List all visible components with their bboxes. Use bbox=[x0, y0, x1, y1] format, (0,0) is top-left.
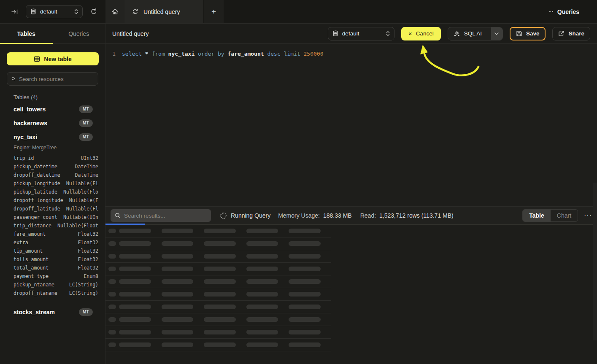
column-type: Float32 bbox=[78, 248, 98, 254]
skeleton-cell bbox=[204, 254, 236, 259]
skeleton-cell bbox=[289, 305, 321, 309]
resource-search-input[interactable] bbox=[19, 76, 94, 82]
close-icon: × bbox=[408, 30, 412, 37]
column-row: dropoff_datetimeDateTime bbox=[14, 171, 98, 179]
code-token: from bbox=[151, 51, 168, 57]
toggle-table[interactable]: Table bbox=[523, 210, 551, 221]
skeleton-row bbox=[105, 275, 331, 288]
main-panel: Untitled query default × Cancel bbox=[105, 24, 597, 364]
column-type: Float32 bbox=[78, 256, 98, 262]
code-token: select bbox=[122, 51, 145, 57]
memory-usage-value: 188.33 MB bbox=[323, 212, 352, 219]
engine-badge: MT bbox=[79, 308, 93, 316]
memory-usage-label: Memory Usage: bbox=[278, 212, 320, 219]
code-token: fare_amount bbox=[228, 51, 267, 57]
queries-button[interactable]: Queries bbox=[557, 8, 579, 15]
new-table-button[interactable]: New table bbox=[7, 52, 99, 65]
engine-badge: MT bbox=[79, 105, 93, 113]
skeleton-cell bbox=[162, 279, 194, 284]
skeleton-cell bbox=[119, 330, 151, 334]
database-selector-query[interactable]: default bbox=[328, 27, 394, 40]
column-type: Nullable(Flo bbox=[63, 189, 98, 195]
search-icon bbox=[11, 76, 16, 82]
table-name: hackernews bbox=[14, 120, 79, 127]
skeleton-cell bbox=[119, 342, 151, 347]
tab-untitled-query[interactable]: Untitled query bbox=[125, 0, 204, 23]
results-search[interactable] bbox=[111, 209, 211, 222]
skeleton-cell bbox=[162, 292, 194, 297]
column-type: LC(String) bbox=[69, 290, 98, 296]
tab-tables[interactable]: Tables bbox=[0, 24, 53, 43]
sql-ai-button[interactable]: SQL AI bbox=[448, 27, 487, 40]
table-row-stocks-stream[interactable]: stocks_stream MT bbox=[0, 305, 105, 319]
skeleton-cell bbox=[289, 267, 321, 271]
column-name: pickup_ntaname bbox=[14, 282, 54, 288]
share-button[interactable]: Share bbox=[552, 27, 590, 40]
skeleton-cell bbox=[246, 330, 278, 334]
code-row: 1 select * from nyc_taxi order by fare_a… bbox=[105, 44, 597, 58]
tab-label: Untitled query bbox=[143, 8, 180, 15]
save-button[interactable]: Save bbox=[510, 27, 546, 40]
cancel-label: Cancel bbox=[416, 30, 434, 37]
status-text: Running Query bbox=[231, 212, 270, 219]
code-token: 250000 bbox=[304, 51, 324, 57]
sql-console-app: default Untitl bbox=[0, 0, 597, 364]
skeleton-cell bbox=[246, 241, 278, 246]
tab-strip: Untitled query + bbox=[105, 0, 224, 23]
table-row-hackernews[interactable]: hackernews MT bbox=[0, 116, 105, 130]
refresh-button[interactable] bbox=[89, 7, 98, 16]
column-name: dropoff_latitude bbox=[14, 206, 60, 212]
skeleton-cell bbox=[108, 292, 116, 297]
database-selector-top[interactable]: default bbox=[26, 5, 83, 18]
tab-queries[interactable]: Queries bbox=[53, 24, 105, 43]
skeleton-cell bbox=[108, 317, 116, 322]
skeleton-cell bbox=[108, 330, 116, 334]
skeleton-cell bbox=[108, 267, 116, 271]
more-options-button[interactable]: ··· bbox=[584, 212, 592, 219]
queries-dots-icon bbox=[549, 11, 553, 12]
collapse-sidebar-button[interactable] bbox=[10, 8, 19, 16]
skeleton-cell bbox=[289, 254, 321, 259]
query-header: Untitled query default × Cancel bbox=[105, 24, 597, 44]
skeleton-cell bbox=[204, 342, 236, 347]
column-name: dropoff_longitude bbox=[14, 197, 63, 203]
sql-ai-dropdown-button[interactable] bbox=[491, 27, 502, 40]
column-type: Nullable(Float bbox=[57, 223, 98, 229]
scrollbar-track[interactable] bbox=[593, 183, 597, 340]
table-row-nyc-taxi[interactable]: nyc_taxi MT bbox=[0, 130, 105, 144]
sql-editor[interactable]: 1 select * from nyc_taxi order by fare_a… bbox=[105, 44, 597, 206]
engine-badge: MT bbox=[79, 133, 93, 141]
toggle-chart[interactable]: Chart bbox=[551, 210, 578, 221]
skeleton-cell bbox=[119, 267, 151, 271]
tables-section-header: Tables (4) bbox=[7, 94, 98, 100]
share-icon bbox=[558, 30, 565, 37]
cancel-button[interactable]: × Cancel bbox=[401, 27, 441, 40]
skeleton-cell bbox=[204, 279, 236, 284]
skeleton-row bbox=[105, 326, 331, 339]
column-name: tolls_amount bbox=[14, 256, 49, 262]
new-table-label: New table bbox=[44, 56, 71, 62]
skeleton-cell bbox=[119, 254, 151, 259]
column-row: tip_amountFloat32 bbox=[14, 247, 98, 255]
resource-search[interactable] bbox=[7, 72, 98, 86]
column-row: trip_distanceNullable(Float bbox=[14, 221, 98, 230]
table-row-cell-towers[interactable]: cell_towers MT bbox=[0, 102, 105, 116]
new-tab-button[interactable]: + bbox=[204, 0, 224, 23]
code-line: select * from nyc_taxi order by fare_amo… bbox=[116, 50, 323, 58]
top-bar-left: default bbox=[0, 0, 105, 23]
skeleton-cell bbox=[162, 305, 194, 309]
column-type: Nullable(Fl bbox=[66, 181, 98, 186]
skeleton-cell bbox=[246, 292, 278, 297]
share-label: Share bbox=[568, 30, 584, 37]
results-search-input[interactable] bbox=[124, 213, 207, 219]
column-row: tolls_amountFloat32 bbox=[14, 255, 98, 264]
skeleton-cell bbox=[162, 229, 194, 233]
home-tab-button[interactable] bbox=[105, 0, 125, 23]
line-number: 1 bbox=[105, 50, 116, 58]
skeleton-cell bbox=[162, 342, 194, 347]
skeleton-cell bbox=[289, 229, 321, 233]
column-name: pickup_longitude bbox=[14, 181, 60, 186]
code-token: order by bbox=[198, 51, 227, 57]
table-grid-icon bbox=[34, 56, 40, 62]
column-type: DateTime bbox=[75, 172, 98, 178]
